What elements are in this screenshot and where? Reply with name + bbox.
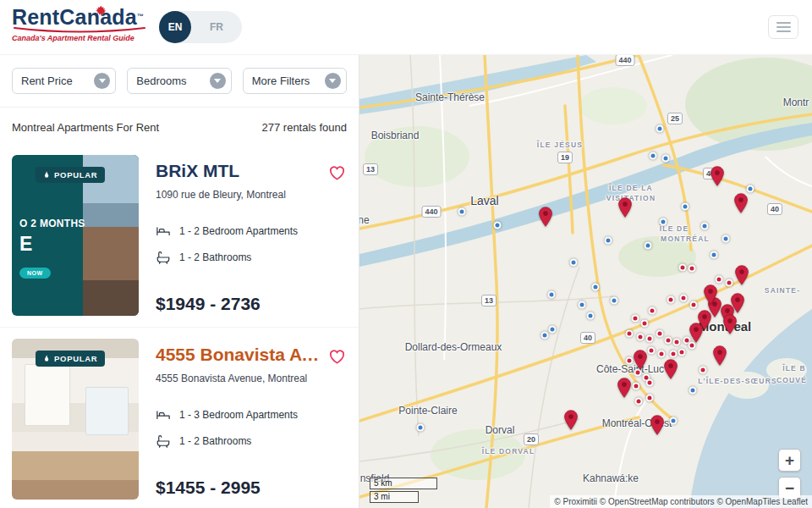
listing-card[interactable]: POPULAR 4555 Bonavista Ave... 4555 Bonav… bbox=[0, 327, 359, 508]
map-dot-blue[interactable] bbox=[579, 301, 586, 309]
map-dot-red[interactable] bbox=[667, 296, 675, 304]
map-dot-blue[interactable] bbox=[656, 125, 664, 133]
map-label: Laval bbox=[470, 194, 498, 207]
map-marker-pin[interactable] bbox=[664, 359, 678, 379]
zoom-control: + − bbox=[778, 449, 801, 500]
more-filters-button[interactable]: More Filters bbox=[243, 68, 347, 94]
map-dot-red[interactable] bbox=[649, 307, 656, 315]
map-dot-blue[interactable] bbox=[570, 259, 578, 267]
map-dot-red[interactable] bbox=[673, 339, 681, 346]
results-header: Montreal Apartments For Rent 277 rentals… bbox=[0, 108, 359, 144]
map-dot-blue[interactable] bbox=[548, 291, 556, 299]
map-marker-pin[interactable] bbox=[734, 193, 749, 213]
map-dot-red[interactable] bbox=[648, 347, 656, 355]
map-label: ÎLE DE bbox=[660, 224, 689, 233]
map-dot-blue[interactable] bbox=[670, 417, 678, 425]
listing-title[interactable]: BRiX MTL bbox=[156, 161, 325, 181]
map-marker-pin[interactable] bbox=[564, 410, 579, 430]
map-dot-blue[interactable] bbox=[458, 208, 466, 216]
map-dot-blue[interactable] bbox=[701, 223, 709, 230]
map-dot-blue[interactable] bbox=[494, 222, 502, 229]
map-marker-pin[interactable] bbox=[689, 323, 704, 343]
zoom-in-button[interactable]: + bbox=[778, 449, 801, 472]
map-dot-red[interactable] bbox=[690, 301, 698, 309]
highway-shield: 13 bbox=[481, 295, 497, 306]
map-dot-blue[interactable] bbox=[541, 332, 549, 340]
map-marker-pin[interactable] bbox=[723, 314, 738, 334]
map-dot-blue[interactable] bbox=[689, 387, 697, 395]
map-marker-pin[interactable] bbox=[650, 415, 665, 435]
rent-price-filter[interactable]: Rent Price bbox=[12, 68, 116, 94]
map-dot-red[interactable] bbox=[632, 315, 639, 323]
map-dot-blue[interactable] bbox=[747, 185, 754, 193]
map-dot-red[interactable] bbox=[689, 265, 696, 273]
map-dot-red[interactable] bbox=[680, 295, 688, 302]
map-dot-blue[interactable] bbox=[549, 326, 557, 334]
map-label: ÎLE DE LA bbox=[609, 184, 653, 192]
map-marker-pin[interactable] bbox=[618, 197, 633, 218]
favorite-button[interactable] bbox=[327, 346, 347, 368]
map-dot-red[interactable] bbox=[665, 337, 672, 345]
rentcanada-logo[interactable]: RentCanada™ Canada's Apartment Rental Gu… bbox=[12, 6, 160, 42]
map-marker-pin[interactable] bbox=[710, 166, 725, 186]
listing-price: $1455 - 2995 bbox=[156, 478, 347, 500]
map-dot-blue[interactable] bbox=[650, 152, 657, 160]
map-dot-red[interactable] bbox=[670, 351, 678, 358]
map-marker-pin[interactable] bbox=[704, 284, 718, 305]
map-dot-blue[interactable] bbox=[660, 218, 667, 226]
map-dot-red[interactable] bbox=[700, 367, 707, 374]
favorite-button[interactable] bbox=[327, 163, 347, 185]
map-dot-red[interactable] bbox=[716, 276, 723, 284]
map-dot-blue[interactable] bbox=[682, 203, 689, 211]
map-dot-red[interactable] bbox=[656, 330, 664, 338]
map-dot-blue[interactable] bbox=[605, 237, 612, 245]
bathrooms-row: 1 - 2 Bathrooms bbox=[156, 433, 347, 449]
map-dot-blue[interactable] bbox=[645, 242, 652, 250]
listing-title[interactable]: 4555 Bonavista Ave... bbox=[156, 345, 325, 365]
listing-photo[interactable]: POPULAR O 2 MONTHS E NOW bbox=[12, 155, 139, 316]
map-dot-blue[interactable] bbox=[611, 297, 618, 305]
bedrooms-filter[interactable]: Bedrooms bbox=[127, 68, 231, 94]
language-en-button[interactable]: EN bbox=[159, 11, 191, 43]
map-dot-red[interactable] bbox=[646, 335, 654, 343]
results-count: 277 rentals found bbox=[262, 121, 347, 134]
logo-tagline: Canada's Apartment Rental Guide bbox=[12, 34, 160, 42]
map-dot-blue[interactable] bbox=[592, 284, 600, 291]
map-dot-blue[interactable] bbox=[662, 155, 670, 163]
map-dot-red[interactable] bbox=[646, 395, 654, 402]
map-marker-pin[interactable] bbox=[735, 265, 749, 285]
map-dot-red[interactable] bbox=[679, 264, 687, 272]
scale-mi: 3 mi bbox=[370, 491, 419, 503]
scale-km: 5 km bbox=[370, 478, 437, 489]
map-dot-red[interactable] bbox=[635, 398, 643, 406]
map-dot-red[interactable] bbox=[633, 383, 640, 390]
map-dot-red[interactable] bbox=[646, 379, 654, 387]
map[interactable]: Sainte-ThérèseBoisbriandMontrÎLE JÉSUSLa… bbox=[359, 55, 812, 508]
map-marker-pin[interactable] bbox=[617, 378, 632, 398]
map-marker-pin[interactable] bbox=[539, 207, 553, 227]
hamburger-menu-button[interactable] bbox=[768, 15, 798, 39]
map-dot-red[interactable] bbox=[726, 279, 733, 287]
map-dot-blue[interactable] bbox=[710, 251, 718, 259]
map-marker-pin[interactable] bbox=[634, 350, 648, 370]
map-dot-red[interactable] bbox=[637, 334, 645, 341]
map-dot-red[interactable] bbox=[658, 351, 666, 358]
map-dot-blue[interactable] bbox=[417, 424, 425, 432]
map-label: Dollard-des-Ormeaux bbox=[405, 341, 502, 353]
map-dot-red[interactable] bbox=[626, 330, 634, 338]
language-fr-button[interactable]: FR bbox=[191, 20, 242, 34]
map-dot-red[interactable] bbox=[678, 349, 686, 356]
highway-shield: 20 bbox=[524, 433, 539, 445]
listing-photo[interactable]: POPULAR bbox=[12, 339, 139, 500]
map-dot-blue[interactable] bbox=[587, 312, 595, 320]
map-dot-red[interactable] bbox=[641, 320, 649, 328]
listing-details: 4555 Bonavista Ave... 4555 Bonavista Ave… bbox=[156, 339, 347, 500]
bed-icon bbox=[156, 224, 171, 239]
map-label: MONTRÉAL bbox=[661, 235, 710, 243]
map-dot-blue[interactable] bbox=[722, 235, 730, 243]
chevron-down-icon bbox=[325, 73, 341, 89]
listing-card[interactable]: POPULAR O 2 MONTHS E NOW BRiX MTL 1090 r… bbox=[0, 144, 359, 327]
map-marker-pin[interactable] bbox=[713, 345, 727, 366]
map-dot-red[interactable] bbox=[626, 357, 634, 365]
map-label: ÎLE DORVAL bbox=[482, 447, 535, 456]
